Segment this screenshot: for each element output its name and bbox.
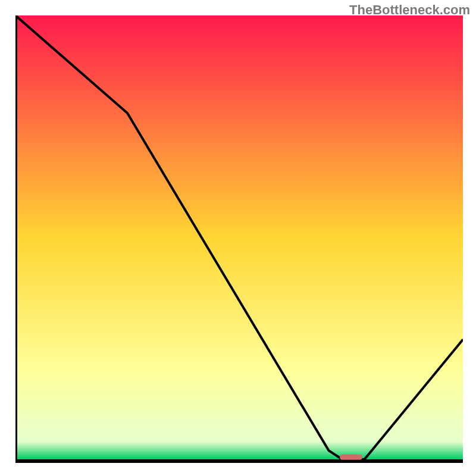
bottleneck-chart	[15, 15, 463, 463]
gradient-background	[15, 15, 463, 459]
watermark: TheBottleneck.com	[349, 2, 470, 18]
chart-svg	[15, 15, 463, 463]
optimal-marker	[340, 455, 362, 460]
